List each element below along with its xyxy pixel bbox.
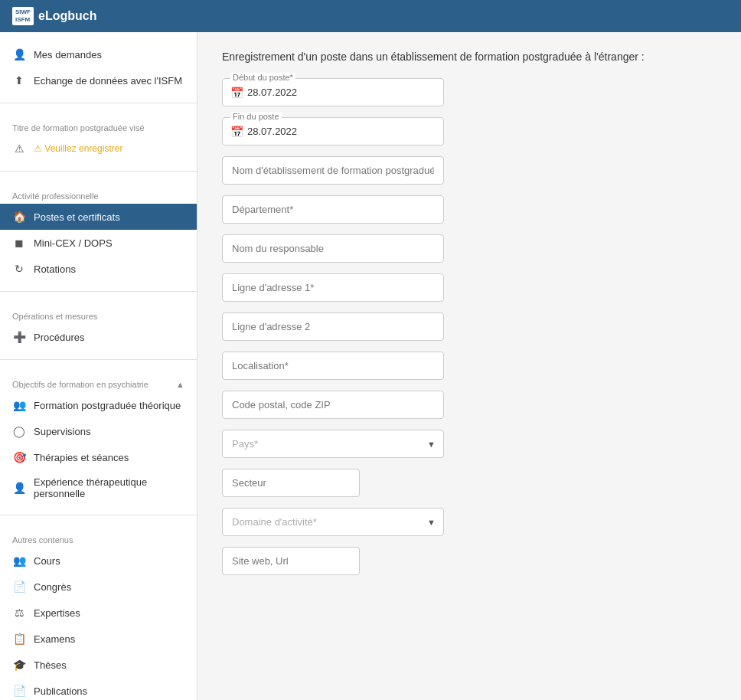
form-row-debut: Début du poste* 📅 (222, 78, 717, 106)
departement-input[interactable] (223, 196, 443, 223)
sidebar-activite-section: Activité professionnelle 🏠 Postes et cer… (0, 178, 197, 285)
fin-poste-field: Fin du poste 📅 (222, 117, 444, 146)
sidebar-objectifs-section: Objectifs de formation en psychiatrie ▲ … (0, 366, 197, 509)
form-row-fin: Fin du poste 📅 (222, 117, 717, 146)
sidebar-item-mini-cex[interactable]: ◼ Mini-CEX / DOPS (0, 230, 197, 256)
sidebar-item-formation-theorique[interactable]: 👥 Formation postgraduée théorique (0, 392, 197, 418)
domaine-field: Domaine d'activité* ▼ (222, 508, 444, 536)
localisation-field (222, 352, 444, 380)
sidebar-item-rotations[interactable]: ↻ Rotations (0, 256, 197, 282)
pays-field: Pays* ▼ (222, 430, 444, 458)
sidebar-autres-section: Autres contenus 👥 Cours 📄 Congrès ⚖ Expe… (0, 522, 197, 700)
sidebar-item-postes-certificats[interactable]: 🏠 Postes et certificats (0, 204, 197, 230)
secteur-field (222, 469, 360, 497)
departement-field (222, 195, 444, 224)
sidebar-titre-section: Titre de formation postgraduée visé ⚠ ⚠ … (0, 110, 197, 165)
sidebar-item-congres[interactable]: 📄 Congrès (0, 574, 197, 600)
warning-icon: ⚠ (12, 142, 26, 155)
secteur-input[interactable] (223, 469, 359, 496)
form-row-localisation (222, 352, 717, 380)
form-row-nom-responsable (222, 234, 717, 263)
adresse2-field (222, 312, 444, 341)
form-row-secteur (222, 469, 717, 497)
home-icon: 🏠 (12, 210, 26, 224)
upload-icon: ⬆ (12, 74, 26, 87)
sidebar-item-theses[interactable]: 🎓 Thèses (0, 652, 197, 678)
circle-icon: ◯ (12, 424, 26, 438)
form-row-adresse1 (222, 273, 717, 302)
sidebar-item-echange-donnees[interactable]: ⬆ Echange de données avec l'ISFM (0, 67, 197, 93)
sidebar-item-therapies[interactable]: 🎯 Thérapies et séances (0, 444, 197, 470)
layout: 👤 Mes demandes ⬆ Echange de données avec… (0, 32, 741, 700)
list-icon: 📄 (12, 580, 26, 594)
form-row-adresse2 (222, 312, 717, 341)
grid-icon: ◼ (12, 236, 26, 250)
debut-poste-field: Début du poste* 📅 (222, 78, 444, 106)
debut-poste-label: Début du poste* (230, 73, 295, 82)
form-row-nom-etablissement (222, 156, 717, 185)
logo: SIWF ISFM eLogbuch (12, 7, 96, 25)
nom-etablissement-field (222, 156, 444, 185)
pays-select[interactable]: Pays* (223, 430, 443, 457)
target-icon: 🎯 (12, 450, 26, 464)
calendar-icon-debut: 📅 (230, 87, 243, 99)
form-row-domaine: Domaine d'activité* ▼ (222, 508, 717, 536)
sidebar-item-expertises[interactable]: ⚖ Expertises (0, 600, 197, 626)
form-row-departement (222, 195, 717, 224)
site-web-field (222, 547, 360, 575)
hat-icon: 🎓 (12, 658, 26, 672)
scale-icon: ⚖ (12, 606, 26, 620)
sidebar-operations-section: Opérations et mesures ➕ Procédures (0, 298, 197, 353)
separator-2 (0, 171, 197, 172)
separator-3 (0, 291, 197, 292)
nom-responsable-field (222, 234, 444, 263)
sidebar-item-examens[interactable]: 📋 Examens (0, 626, 197, 652)
code-postal-input[interactable] (223, 391, 443, 418)
adresse2-input[interactable] (223, 313, 443, 340)
fin-poste-input[interactable] (223, 118, 443, 145)
separator-1 (0, 103, 197, 103)
sidebar-activite-label: Activité professionnelle (0, 187, 197, 204)
sidebar: 👤 Mes demandes ⬆ Echange de données avec… (0, 32, 197, 700)
sidebar-item-experience[interactable]: 👤 Expérience thérapeutique personnelle (0, 470, 197, 505)
adresse1-input[interactable] (223, 274, 443, 301)
sidebar-objectifs-label: Objectifs de formation en psychiatrie (12, 380, 149, 389)
localisation-input[interactable] (223, 352, 443, 379)
form-row-code-postal (222, 391, 717, 419)
sidebar-item-mes-demandes[interactable]: 👤 Mes demandes (0, 41, 197, 67)
calendar-icon-fin: 📅 (230, 126, 243, 138)
app-header: SIWF ISFM eLogbuch (0, 0, 741, 32)
sidebar-top-section: 👤 Mes demandes ⬆ Echange de données avec… (0, 32, 197, 96)
sidebar-operations-label: Opérations et mesures (0, 307, 197, 324)
nom-responsable-input[interactable] (223, 235, 443, 262)
app-title: eLogbuch (38, 9, 96, 23)
fin-poste-label: Fin du poste (230, 112, 282, 121)
site-web-input[interactable] (223, 548, 359, 574)
sidebar-item-supervisions[interactable]: ◯ Supervisions (0, 418, 197, 444)
domaine-select[interactable]: Domaine d'activité* (223, 509, 443, 535)
refresh-icon: ↻ (12, 262, 26, 276)
person-icon-2: 👤 (12, 481, 26, 495)
form-row-pays: Pays* ▼ (222, 430, 717, 458)
form-row-site-web (222, 547, 717, 575)
persons-icon: 👥 (12, 554, 26, 568)
separator-4 (0, 359, 197, 360)
sidebar-objectifs-toggle[interactable]: Objectifs de formation en psychiatrie ▲ (0, 375, 197, 392)
logo-box: SIWF ISFM (12, 7, 34, 25)
adresse1-field (222, 273, 444, 302)
sidebar-titre-label: Titre de formation postgraduée visé (0, 119, 197, 136)
person-icon: 👤 (12, 47, 26, 61)
sidebar-item-cours[interactable]: 👥 Cours (0, 548, 197, 574)
debut-poste-input[interactable] (223, 79, 443, 106)
form-title: Enregistrement d'un poste dans un établi… (222, 51, 717, 63)
main-content: Enregistrement d'un poste dans un établi… (197, 32, 741, 700)
separator-5 (0, 515, 197, 515)
sidebar-item-procedures[interactable]: ➕ Procédures (0, 324, 197, 350)
nom-etablissement-input[interactable] (223, 157, 443, 184)
code-postal-field (222, 391, 444, 419)
publications-doc-icon: 📄 (12, 684, 26, 698)
sidebar-warning[interactable]: ⚠ ⚠ Veuillez enregistrer (0, 136, 197, 162)
sidebar-item-publications[interactable]: 📄 Publications (0, 678, 197, 700)
plus-square-icon: ➕ (12, 330, 26, 344)
sidebar-autres-label: Autres contenus (0, 531, 197, 548)
